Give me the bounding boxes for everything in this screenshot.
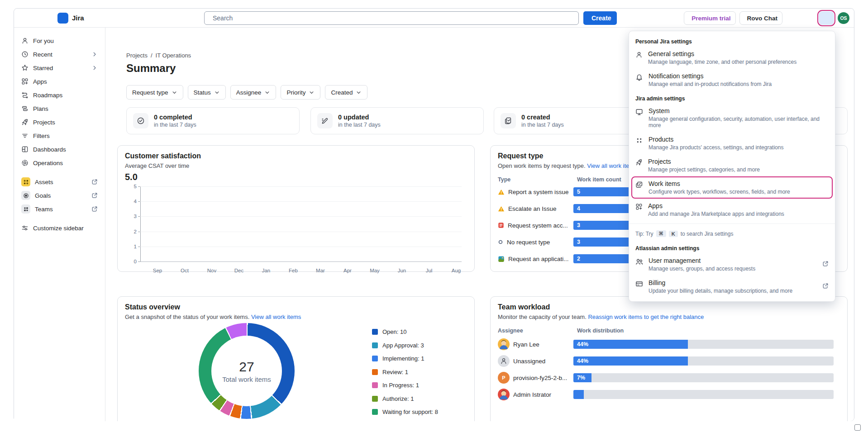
team-workload-panel: Team workload Monitor the capacity of yo… — [490, 296, 848, 421]
menu-item-user-management[interactable]: User management Manage users, groups, an… — [629, 253, 835, 276]
reassign-work-items-link[interactable]: Reassign work items to get the right bal… — [588, 314, 704, 320]
sidebar-item-teams[interactable]: Teams — [18, 202, 101, 216]
sidebar-item-operations[interactable]: Operations — [18, 156, 101, 170]
menu-item-work-items[interactable]: Work items Configure work types, workflo… — [631, 176, 833, 199]
menu-item-title: Projects — [648, 158, 760, 165]
star-icon — [21, 64, 29, 71]
sidebar-item-plans[interactable]: Plans — [18, 102, 101, 115]
request-type-row[interactable]: Request an applicati... — [498, 254, 569, 263]
corner-badge-icon — [854, 424, 861, 431]
filter-priority[interactable]: Priority — [281, 85, 320, 100]
sidebar-item-starred[interactable]: Starred — [18, 61, 101, 75]
request-type-row[interactable]: Request system acc... — [498, 221, 568, 230]
chevron-down-icon — [214, 90, 220, 95]
sidebar-item-for-you[interactable]: For you — [18, 34, 101, 48]
sidebar-item-roadmaps[interactable]: Roadmaps — [18, 88, 101, 102]
search-bar[interactable] — [204, 11, 579, 25]
y-tick-label: 3 — [127, 214, 137, 219]
search-input[interactable] — [213, 14, 574, 22]
view-all-work-items-link[interactable]: View all work items — [251, 314, 301, 320]
filter-created[interactable]: Created — [325, 85, 367, 100]
legend-item[interactable]: Waiting for support: 8 — [372, 408, 438, 415]
stat-value: 0 created — [521, 114, 564, 121]
x-tick-label: Jul — [426, 268, 433, 273]
workload-bar[interactable]: 44% — [573, 356, 688, 366]
breadcrumb-link-projects[interactable]: Projects — [126, 52, 148, 59]
legend-item[interactable]: Implementing: 1 — [372, 355, 424, 362]
panel-subtitle: Get a snapshot of the status of your wor… — [125, 314, 467, 320]
workload-bar[interactable]: 44% — [573, 340, 688, 349]
request-type-label: No request type — [507, 239, 550, 246]
keyboard-key: K — [669, 231, 678, 237]
breadcrumb-link-it-operations[interactable]: IT Operations — [156, 52, 191, 59]
workload-bar[interactable]: 7% — [573, 373, 591, 382]
sidebar-item-dashboards[interactable]: Dashboards — [18, 142, 101, 156]
create-button[interactable]: Create — [583, 11, 617, 25]
sidebar-item-label: Filters — [33, 133, 98, 139]
menu-item-billing[interactable]: Billing Update your billing details, man… — [629, 276, 835, 298]
legend-item[interactable]: In Progress: 1 — [372, 382, 419, 389]
sidebar-item-projects[interactable]: Projects — [18, 115, 101, 129]
workload-bar[interactable] — [573, 390, 584, 399]
rovo-chat-button[interactable]: Rovo Chat — [739, 11, 783, 25]
legend-item[interactable]: Authorize: 1 — [372, 395, 414, 402]
column-header-count: Work item count — [577, 176, 621, 183]
x-tick-label: May — [370, 268, 380, 273]
status-overview-panel: Status overview Get a snapshot of the st… — [117, 296, 475, 421]
sidebar-item-goals[interactable]: Goals — [18, 189, 101, 202]
x-tick-label: Mar — [316, 268, 325, 273]
request-type-row[interactable]: Escalate an Issue — [498, 204, 557, 213]
workload-track — [573, 373, 834, 382]
assignee-row[interactable]: Admin Istrator — [498, 389, 551, 400]
rocket-icon — [635, 159, 643, 166]
user-avatar[interactable]: OS — [838, 12, 849, 24]
assignee-name: Unassigned — [513, 358, 545, 365]
total-work-items-value: 27 — [239, 359, 254, 375]
menu-item-general-settings[interactable]: General settings Manage language, time z… — [629, 47, 835, 69]
sidebar-toggle-button[interactable] — [19, 12, 32, 24]
menu-item-apps[interactable]: Apps Add and manage Jira Marketplace app… — [629, 199, 835, 221]
request-type-row[interactable]: Report a system issue — [498, 187, 569, 196]
x-tick-label: Apr — [343, 268, 352, 273]
gridline — [140, 201, 462, 202]
settings-search-tip: Tip: Try ⌘K to search Jira settings — [629, 227, 835, 241]
menu-item-description: Manage general configuration, security, … — [649, 116, 829, 128]
legend-item[interactable]: App Approval: 3 — [372, 342, 424, 349]
panel-title: Status overview — [125, 303, 467, 311]
request-type-label: Request an applicati... — [508, 256, 569, 262]
legend-item[interactable]: Open: 10 — [372, 328, 407, 335]
sidebar-item-label: Starred — [33, 65, 87, 71]
assignee-row[interactable]: Ryan Lee — [498, 338, 539, 350]
filter-request-type[interactable]: Request type — [126, 85, 183, 100]
sidebar-item-filters[interactable]: Filters — [18, 129, 101, 142]
filter-assignee[interactable]: Assignee — [230, 85, 277, 100]
settings-button[interactable] — [819, 11, 834, 25]
legend-item[interactable]: Review: 1 — [372, 369, 408, 375]
external-icon — [822, 283, 829, 289]
check-circle-icon — [133, 113, 148, 128]
legend-swatch — [372, 356, 378, 361]
request-type-row[interactable]: No request type — [498, 238, 550, 247]
sidebar-item-customize-sidebar[interactable]: Customize sidebar — [18, 221, 101, 235]
menu-item-projects[interactable]: Projects Manage project settings, catego… — [629, 154, 835, 176]
menu-item-description: Manage Jira products' access, settings, … — [649, 144, 783, 151]
menu-item-notification-settings[interactable]: Notification settings Manage email and i… — [629, 69, 835, 91]
jira-home-link[interactable]: Jira — [57, 13, 84, 24]
panel-title: Team workload — [498, 303, 840, 311]
assignee-row[interactable]: P provision-fy25-2-b... — [498, 372, 567, 384]
bar-value: 44% — [577, 358, 588, 364]
sidebar-item-assets[interactable]: Assets — [18, 175, 101, 189]
request-type-label: Request system acc... — [508, 222, 568, 229]
assignee-row[interactable]: Unassigned — [498, 355, 545, 367]
notifications-button[interactable] — [786, 12, 799, 24]
sidebar-item-recent[interactable]: Recent — [18, 48, 101, 61]
help-button[interactable] — [802, 12, 815, 24]
menu-item-system[interactable]: System Manage general configuration, sec… — [629, 104, 835, 132]
bar-value: 4 — [577, 205, 580, 212]
premium-trial-button[interactable]: Premium trial — [684, 11, 735, 25]
filter-status[interactable]: Status — [188, 85, 226, 100]
app-switcher-button[interactable] — [38, 12, 51, 24]
sidebar-item-apps[interactable]: Apps — [18, 75, 101, 88]
filter-icon — [21, 132, 29, 139]
menu-item-products[interactable]: Products Manage Jira products' access, s… — [629, 132, 835, 154]
